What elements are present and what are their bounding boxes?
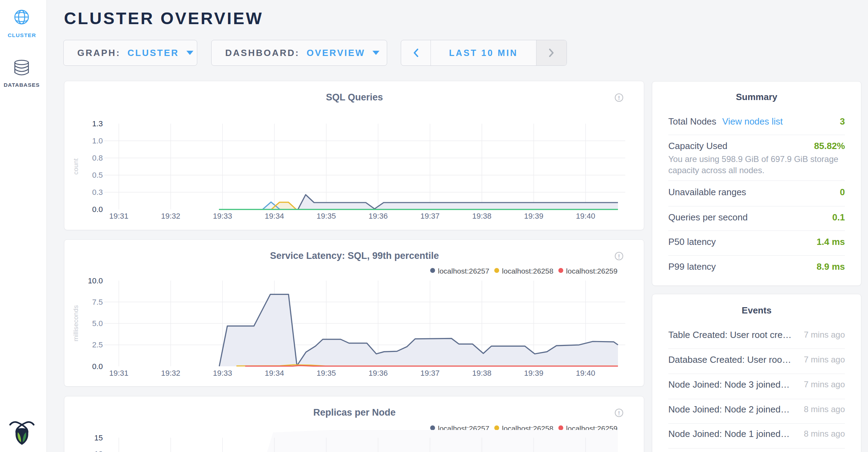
svg-text:19:33: 19:33 (213, 212, 232, 220)
svg-text:milliseconds: milliseconds (72, 305, 79, 341)
svg-text:19:40: 19:40 (576, 212, 595, 220)
svg-text:19:34: 19:34 (265, 369, 284, 377)
svg-text:15: 15 (94, 433, 103, 442)
svg-text:19:33: 19:33 (213, 369, 232, 377)
svg-text:0.5: 0.5 (92, 171, 103, 179)
svg-text:19:31: 19:31 (109, 369, 128, 377)
svg-text:!: ! (618, 95, 620, 101)
svg-text:19:38: 19:38 (472, 369, 491, 377)
svg-text:Service Latency: SQL, 99th per: Service Latency: SQL, 99th percentile (270, 250, 439, 261)
svg-text:19:39: 19:39 (524, 212, 543, 220)
svg-text:Replicas per Node: Replicas per Node (313, 407, 396, 418)
svg-text:localhost:26257: localhost:26257 (438, 267, 489, 275)
svg-text:19:34: 19:34 (265, 212, 284, 220)
svg-text:0.0: 0.0 (92, 205, 103, 214)
svg-text:5.0: 5.0 (92, 319, 103, 328)
svg-text:7.5: 7.5 (92, 298, 103, 306)
svg-text:localhost:26259: localhost:26259 (566, 267, 618, 275)
svg-text:0.8: 0.8 (92, 154, 103, 162)
svg-text:2.5: 2.5 (92, 340, 103, 349)
svg-text:19:32: 19:32 (161, 369, 180, 377)
svg-text:19:35: 19:35 (316, 212, 336, 220)
svg-text:1.0: 1.0 (92, 136, 103, 145)
svg-text:1.3: 1.3 (92, 119, 103, 128)
svg-text:19:36: 19:36 (369, 212, 388, 220)
svg-text:19:37: 19:37 (420, 212, 440, 220)
svg-text:19:32: 19:32 (161, 212, 180, 220)
svg-text:19:39: 19:39 (524, 369, 543, 377)
svg-text:19:35: 19:35 (316, 369, 336, 377)
svg-text:0.0: 0.0 (92, 362, 103, 371)
svg-text:!: ! (618, 254, 620, 260)
svg-text:count: count (72, 158, 79, 175)
svg-text:10.0: 10.0 (88, 276, 103, 285)
svg-text:0.3: 0.3 (92, 188, 103, 197)
svg-text:DATABASES: DATABASES (3, 82, 40, 88)
svg-text:CLUSTER: CLUSTER (8, 32, 36, 38)
svg-text:localhost:26258: localhost:26258 (502, 267, 553, 275)
svg-text:19:31: 19:31 (109, 212, 128, 220)
svg-text:19:36: 19:36 (369, 369, 388, 377)
svg-text:19:38: 19:38 (472, 212, 491, 220)
svg-text:10: 10 (94, 450, 103, 452)
svg-text:!: ! (618, 410, 620, 416)
svg-text:19:40: 19:40 (576, 369, 595, 377)
svg-text:19:37: 19:37 (420, 369, 440, 377)
svg-text:SQL Queries: SQL Queries (326, 92, 383, 103)
